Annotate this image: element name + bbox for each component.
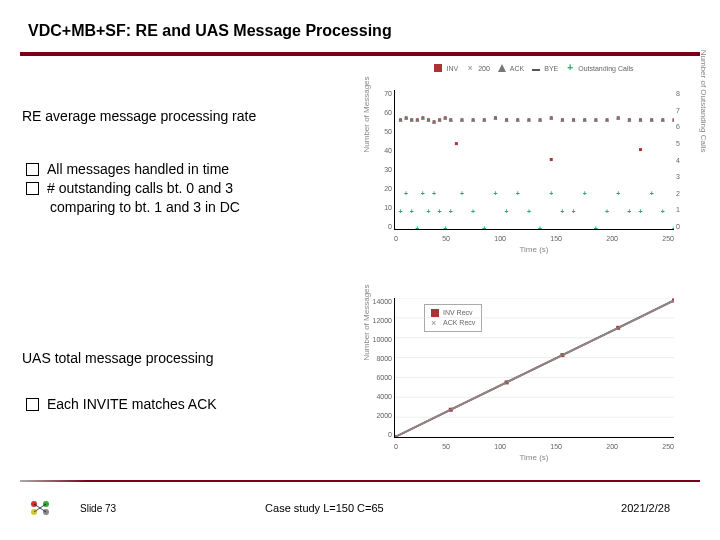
- svg-text:+: +: [443, 225, 447, 229]
- svg-text:+: +: [527, 208, 531, 215]
- footer: Slide 73 Case study L=150 C=65 2021/2/28: [20, 480, 700, 518]
- svg-text:×: ×: [561, 352, 565, 358]
- x-ticks: 050100150200250: [394, 235, 674, 242]
- svg-text:+: +: [572, 208, 576, 215]
- slide: VDC+MB+SF: RE and UAS Message Processing…: [0, 0, 720, 540]
- title-rule: [20, 52, 700, 56]
- chart-legend: INV ×200 ACK BYE +Outstanding Calls: [394, 64, 674, 72]
- section-re-heading: RE average message processing rate: [22, 108, 342, 124]
- bullet-text: # outstanding calls bt. 0 and 3: [47, 179, 233, 198]
- x-axis-label: Time (s): [519, 453, 548, 462]
- svg-text:+: +: [583, 190, 587, 197]
- plot-area: ××××××: [394, 298, 674, 438]
- svg-text:+: +: [627, 208, 631, 215]
- y-axis-label: Number of Messages: [362, 284, 371, 360]
- y2-ticks: 012345678: [676, 90, 690, 230]
- footer-rule: [20, 480, 700, 482]
- svg-text:+: +: [471, 208, 475, 215]
- svg-text:+: +: [560, 208, 564, 215]
- y2-axis-label: Number of Outstanding Calls: [699, 50, 708, 153]
- svg-text:×: ×: [505, 379, 509, 385]
- svg-text:+: +: [516, 190, 520, 197]
- bullet-icon: [26, 398, 39, 411]
- slide-number: Slide 73: [80, 503, 116, 514]
- svg-text:+: +: [605, 208, 609, 215]
- svg-text:+: +: [505, 208, 509, 215]
- svg-text:×: ×: [616, 325, 620, 331]
- svg-text:+: +: [650, 190, 654, 197]
- page-title: VDC+MB+SF: RE and UAS Message Processing: [28, 22, 392, 40]
- chart-svg: ××××××××××××××××××××××××××××××++++++++++…: [395, 90, 674, 229]
- chart-uas-total: INV Recv ×ACK Recv Number of Messages Ti…: [364, 270, 704, 460]
- bullet-icon: [26, 182, 39, 195]
- case-study-label: Case study L=150 C=65: [265, 502, 384, 514]
- bullet-text: comparing to bt. 1 and 3 in DC: [50, 198, 240, 217]
- svg-rect-121: [550, 158, 553, 161]
- svg-text:×: ×: [672, 298, 674, 303]
- svg-text:+: +: [421, 190, 425, 197]
- svg-text:+: +: [460, 190, 464, 197]
- x-axis-label: Time (s): [519, 245, 548, 254]
- y-axis-label: Number of Messages: [362, 76, 371, 152]
- chart-svg: ××××××: [395, 298, 674, 437]
- svg-text:+: +: [493, 190, 497, 197]
- svg-text:+: +: [415, 225, 419, 229]
- date-label: 2021/2/28: [621, 502, 670, 514]
- svg-text:×: ×: [449, 407, 453, 413]
- svg-text:+: +: [438, 208, 442, 215]
- svg-text:+: +: [549, 190, 553, 197]
- svg-text:+: +: [616, 190, 620, 197]
- svg-rect-120: [455, 142, 458, 145]
- svg-text:+: +: [426, 208, 430, 215]
- svg-text:+: +: [482, 225, 486, 229]
- section-uas-bullets: Each INVITE matches ACK: [22, 395, 342, 414]
- svg-text:+: +: [432, 190, 436, 197]
- svg-rect-122: [639, 148, 642, 151]
- plot-area: ××××××××××××××××××××××××××××××++++++++++…: [394, 90, 674, 230]
- svg-text:+: +: [449, 208, 453, 215]
- x-ticks: 050100150200250: [394, 443, 674, 450]
- chart-re-rate: INV ×200 ACK BYE +Outstanding Calls Numb…: [364, 62, 704, 252]
- section-uas-heading: UAS total message processing: [22, 350, 342, 366]
- svg-text:+: +: [399, 208, 403, 215]
- y-ticks: 010203040506070: [378, 90, 392, 230]
- svg-text:+: +: [661, 208, 665, 215]
- logo-icon: [28, 500, 52, 516]
- svg-text:+: +: [638, 208, 642, 215]
- section-re-bullets: All messages handled in time # outstandi…: [22, 160, 342, 217]
- bullet-text: Each INVITE matches ACK: [47, 395, 217, 414]
- svg-text:+: +: [594, 225, 598, 229]
- y-ticks: 02000400060008000100001200014000: [378, 298, 392, 438]
- bullet-text: All messages handled in time: [47, 160, 229, 179]
- bullet-icon: [26, 163, 39, 176]
- svg-text:+: +: [410, 208, 414, 215]
- svg-text:+: +: [672, 225, 674, 229]
- svg-text:+: +: [538, 225, 542, 229]
- svg-text:+: +: [404, 190, 408, 197]
